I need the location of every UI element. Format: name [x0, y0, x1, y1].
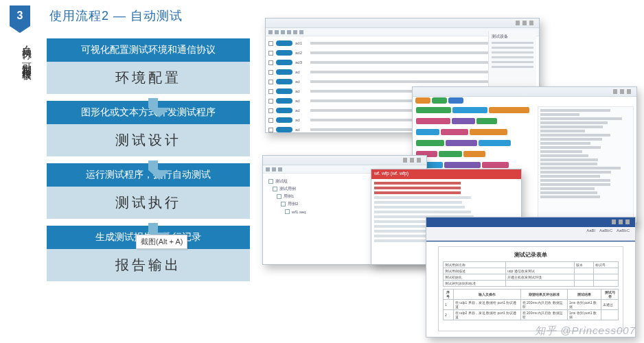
- code-line: [540, 126, 603, 128]
- checkbox-icon: [268, 60, 273, 65]
- tree-item-label: 用例2: [288, 201, 298, 207]
- checkbox-icon: [268, 80, 273, 84]
- checkbox-icon: [268, 89, 273, 94]
- word-ribbon: AaBlAaBbCAaBbC: [426, 227, 635, 241]
- checkbox-icon: [268, 108, 273, 113]
- folder-icon: [281, 202, 286, 206]
- row-label: ad: [295, 118, 308, 122]
- checkbox-icon: [268, 118, 273, 123]
- table-cell: 1ms 收到 port1 数据: [567, 300, 601, 310]
- flow-step-title: 环境配置: [47, 62, 250, 94]
- flow-step-title: 报告输出: [47, 249, 250, 281]
- table-cell: 标识号: [593, 262, 618, 268]
- screenshot-collage: ad1ad2ad3adadadadadadad 测试设备 测试组测试用例用例1用…: [261, 18, 639, 340]
- row-label: ad: [295, 70, 308, 74]
- flow-block: [482, 162, 509, 168]
- row-label: ad1: [295, 41, 308, 45]
- table-cell: 版本: [575, 262, 593, 268]
- flow-step-title: 测试执行: [47, 187, 250, 219]
- tree-item-label: wf1.seq: [292, 210, 306, 214]
- code-line: [540, 121, 608, 124]
- code-line: [540, 138, 602, 141]
- code-line: [540, 154, 588, 157]
- checkbox-icon: [268, 41, 273, 46]
- checkbox-icon: [268, 70, 273, 75]
- toolbar-icon: [268, 30, 273, 34]
- flow-block: [441, 129, 468, 135]
- code-line: [540, 146, 601, 149]
- code-line: [540, 179, 610, 182]
- code-line: [540, 142, 590, 145]
- toolbar-button: [448, 97, 463, 104]
- ribbon-style-gallery: AaBlAaBbCAaBbC: [586, 228, 630, 233]
- table-cell: [506, 281, 575, 287]
- style-preview: AaBbC: [599, 228, 612, 233]
- table-cell: [506, 262, 575, 268]
- code-line: [540, 150, 582, 153]
- flow-block: [470, 129, 507, 135]
- table-cell: 在 200ms 内开启收 数据监听: [520, 300, 567, 310]
- flow-block: [416, 118, 450, 124]
- flow-block: [416, 107, 451, 113]
- window-titlebar: [263, 156, 426, 165]
- row-badge: [276, 60, 292, 65]
- row-badge: [276, 88, 292, 94]
- row-badge: [276, 98, 292, 104]
- watermark-text: 知乎 @Princess007: [535, 324, 636, 338]
- table-cell: 测试用例名称: [444, 262, 506, 268]
- flow-block: [463, 151, 485, 157]
- folder-icon: [268, 179, 273, 184]
- flow-block: [479, 140, 511, 146]
- code-line: [540, 113, 579, 116]
- code-line: [540, 196, 600, 198]
- word-document-page: 测试记录表单 测试用例名称版本标识号测试用例描述udp 通信收发测试测试初始化开…: [438, 246, 623, 331]
- flow-block: [489, 107, 529, 113]
- code-line: [540, 171, 611, 174]
- row-label: ad: [295, 89, 308, 93]
- report-meta-table: 测试用例名称版本标识号测试用例描述udp 通信收发测试测试初始化开通主机收发测试…: [443, 261, 619, 287]
- slide-title: 使用流程2 — 自动测试: [49, 8, 183, 24]
- table-header-cell: 期望结果及评估标准: [520, 289, 567, 300]
- table-cell: [593, 274, 618, 281]
- row-badge: [276, 117, 292, 123]
- table-cell: 1ms 收到 port1 数据: [567, 310, 601, 320]
- toolbar-button: [415, 97, 430, 104]
- code-line: [540, 183, 610, 186]
- row-label: ad3: [295, 60, 308, 64]
- row-badge: [276, 79, 292, 84]
- report-title: 测试记录表单: [443, 251, 619, 259]
- tree-item-label: 测试组: [275, 178, 288, 185]
- flow-block: [452, 118, 475, 124]
- flow-block: [416, 129, 439, 135]
- table-cell: [575, 281, 593, 287]
- row-badge: [276, 69, 292, 75]
- code-line: [540, 130, 585, 132]
- row-label: ad2: [295, 51, 308, 55]
- style-preview: AaBbC: [617, 228, 630, 233]
- report-steps-table: 序号输入及操作期望结果及评估标准测试结果测试与否1在 udp1 界面，发送 数据…: [443, 289, 619, 320]
- step-number-badge: 3: [10, 5, 30, 26]
- code-line: [540, 117, 622, 120]
- row-label: ad: [295, 99, 308, 103]
- table-cell: 1: [444, 300, 454, 310]
- code-line: [540, 175, 600, 178]
- code-line: [540, 109, 610, 112]
- table-cell: 测试评判原则和标准: [444, 281, 506, 287]
- folder-icon: [273, 187, 277, 191]
- code-line: [540, 163, 597, 165]
- table-cell: 2: [444, 310, 454, 320]
- window-titlebar: [413, 87, 636, 97]
- tree-item-label: 用例1: [284, 193, 294, 200]
- table-cell: [601, 310, 619, 320]
- table-cell: udp 通信收发测试: [506, 268, 575, 274]
- table-cell: 在 udp2 界面，发送 数据给 port1 协议通道: [453, 310, 520, 320]
- table-cell: 开通主机收发测试环境: [506, 274, 575, 281]
- row-badge: [276, 108, 292, 113]
- code-line: [540, 191, 597, 194]
- flow-block: [446, 140, 477, 146]
- flow-block: [416, 140, 444, 146]
- table-header-cell: 序号: [444, 289, 454, 300]
- flow-step-desc: 可视化配置测试环境和通信协议: [47, 38, 250, 62]
- window-titlebar: [266, 19, 539, 28]
- flow-step-title: 测试设计: [47, 124, 250, 156]
